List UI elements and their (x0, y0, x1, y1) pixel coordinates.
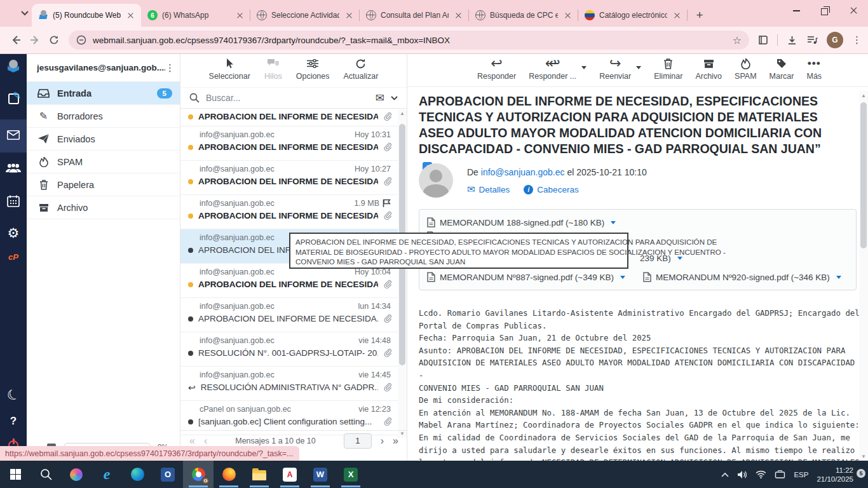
first-page-button[interactable]: « (189, 435, 195, 447)
reader-scrollbar[interactable]: ▲ ▼ (859, 91, 868, 461)
folder-borradores[interactable]: ✎ Borradores (27, 105, 180, 128)
headers-link[interactable]: iCabeceras (524, 184, 578, 195)
chrome-menu-icon[interactable]: ⋮ (852, 34, 862, 46)
start-button[interactable] (0, 461, 31, 488)
attachment-menu-caret-icon[interactable] (677, 257, 682, 260)
mail-nav-active[interactable] (0, 119, 27, 152)
reply-all-button[interactable]: ↩↩ Responder ... (529, 57, 576, 81)
internet-explorer-button[interactable]: e (92, 461, 122, 488)
forward-button[interactable]: ↪ Reenviar (599, 57, 631, 81)
search-bar[interactable]: ✉ (180, 87, 407, 109)
message-row[interactable]: APROBACION DEL INFORME DE NECESIDA... (180, 109, 398, 126)
attachment-menu-caret-icon[interactable] (836, 276, 841, 279)
message-row[interactable]: info@sanjuan.gob.eclun 14:34 APROBACION … (180, 298, 398, 332)
taskbar-search-button[interactable] (31, 461, 61, 488)
media-controls-icon[interactable] (806, 35, 818, 45)
delete-button[interactable]: Eliminar (654, 57, 682, 81)
spam-button[interactable]: SPAM (735, 57, 757, 81)
scroll-down-icon[interactable]: ▼ (859, 452, 868, 461)
help-icon[interactable]: ? (0, 415, 27, 428)
folder-archivo[interactable]: Archivo (27, 196, 180, 219)
tab-consulta-plan[interactable]: Consulta del Plan Anu (360, 4, 469, 27)
bookmark-star-icon[interactable]: ☆ (733, 34, 742, 46)
folder-papelera[interactable]: Papelera (27, 173, 180, 196)
reload-button[interactable] (44, 30, 64, 50)
forward-button[interactable] (25, 30, 44, 50)
scroll-up-icon[interactable]: ▲ (859, 91, 868, 100)
window-restore-button[interactable] (811, 0, 839, 22)
cpanel-icon[interactable]: cP (0, 252, 27, 262)
volume-icon[interactable] (737, 470, 747, 479)
copilot-button[interactable] (61, 461, 92, 488)
dark-mode-moon-icon[interactable]: ☾ (0, 387, 27, 403)
acrobat-button[interactable]: A (275, 461, 305, 488)
new-tab-button[interactable]: + (691, 7, 708, 24)
tab-whatsapp[interactable]: 6 (6) WhatsApp (141, 4, 250, 27)
excel-button[interactable]: X (336, 461, 366, 488)
wifi-icon[interactable] (756, 470, 766, 478)
message-row[interactable]: info@sanjuan.gob.ecHoy 10:04 APROBACION … (180, 264, 398, 298)
details-link[interactable]: ✉Detalles (467, 184, 510, 195)
word-button[interactable]: W (305, 461, 336, 488)
url-bar[interactable]: webmail.sanjuan.gob.ec/cpsess9740179367/… (69, 30, 749, 50)
tab-close-icon[interactable] (562, 10, 573, 21)
language-indicator[interactable]: ESP (794, 471, 808, 478)
firefox-button[interactable] (214, 461, 244, 488)
account-row[interactable]: jesusgavilanes@sanjuan.gob.... ⋮ (27, 54, 180, 82)
page-number-box[interactable]: 1 (344, 433, 372, 449)
scroll-up-icon[interactable]: ▲ (398, 109, 407, 118)
tab-catalogo-electronico[interactable]: Catálogo electrónico (578, 4, 688, 27)
reply-button[interactable]: ↩ Responder (477, 57, 516, 81)
profile-avatar[interactable]: G (827, 32, 843, 48)
message-row[interactable]: info@sanjuan.gob.ecvie 14:45 ↩RESOLUCIÓN… (180, 367, 398, 401)
account-menu-icon[interactable]: ⋮ (165, 62, 175, 74)
archive-button[interactable]: Archivo (695, 57, 722, 81)
folder-spam[interactable]: SPAM (27, 151, 180, 173)
threads-button[interactable]: Hilos (264, 57, 282, 81)
compose-icon[interactable]: ✎ (0, 93, 27, 104)
downloads-icon[interactable] (787, 35, 797, 46)
search-options-chevron-icon[interactable] (391, 96, 398, 100)
file-explorer-button[interactable] (244, 461, 275, 488)
attachment-item[interactable]: MEMORANDUM Nº887-signed.pdf (~349 KB) (427, 268, 625, 286)
attachment-menu-caret-icon[interactable] (611, 221, 616, 224)
back-button[interactable] (6, 30, 25, 50)
edge-button[interactable] (122, 461, 153, 488)
forward-caret-icon[interactable] (636, 66, 641, 69)
message-row[interactable]: info@sanjuan.gob.ecvie 14:48 RESOLUCIÓN … (180, 332, 398, 367)
tab-busqueda-cpc[interactable]: Búsqueda de CPC en (469, 4, 578, 27)
more-button[interactable]: ••• Más (806, 57, 822, 81)
last-page-button[interactable]: » (393, 435, 398, 447)
taskbar-clock[interactable]: 11:22 21/10/2025 (817, 466, 853, 484)
next-page-button[interactable]: › (381, 435, 384, 447)
attachment-item[interactable]: MEMORANDUM 188-signed.pdf (~180 KB) (427, 214, 848, 231)
calendar-icon[interactable] (0, 195, 27, 207)
tab-close-icon[interactable] (672, 10, 682, 21)
tab-close-icon[interactable] (453, 10, 464, 21)
url-text[interactable]: webmail.sanjuan.gob.ec/cpsess9740179367/… (93, 36, 729, 45)
chrome-button[interactable]: G (183, 461, 214, 488)
search-input[interactable] (206, 93, 369, 103)
search-scope-mail-icon[interactable]: ✉ (376, 92, 384, 105)
outlook-button[interactable]: O (153, 461, 183, 488)
message-row[interactable]: info@sanjuan.gob.ecHoy 10:31 APROBACION … (180, 126, 398, 161)
tab-close-icon[interactable] (125, 10, 136, 21)
attachment-menu-caret-icon[interactable] (620, 276, 625, 279)
tab-search-chevron-icon[interactable] (18, 6, 32, 20)
attachment-item[interactable]: MEMORANDUM Nº920-signed.pdf (~346 KB) (643, 268, 841, 286)
folder-enviados[interactable]: Enviados (27, 128, 180, 151)
tray-expand-chevron-icon[interactable] (721, 472, 729, 477)
tab-roundcube[interactable]: (5) Roundcube Webm (32, 4, 141, 27)
window-minimize-button[interactable] (782, 0, 811, 22)
scrollbar-thumb[interactable] (860, 102, 867, 248)
site-settings-icon[interactable] (76, 35, 86, 45)
tab-close-icon[interactable] (344, 10, 355, 21)
message-row[interactable]: info@sanjuan.gob.ecHoy 10:27 APROBACION … (180, 161, 398, 195)
mark-button[interactable]: Marcar (770, 57, 794, 81)
tab-close-icon[interactable] (234, 10, 245, 21)
sender-email-link[interactable]: info@sanjuan.gob.ec (481, 167, 565, 177)
list-scrollbar[interactable]: ▲ ▼ (398, 109, 407, 438)
tab-seleccione-actividad[interactable]: Seleccione Actividad (250, 4, 360, 27)
settings-gear-icon[interactable]: ⚙ (0, 226, 27, 241)
options-button[interactable]: Opciones (296, 57, 330, 81)
